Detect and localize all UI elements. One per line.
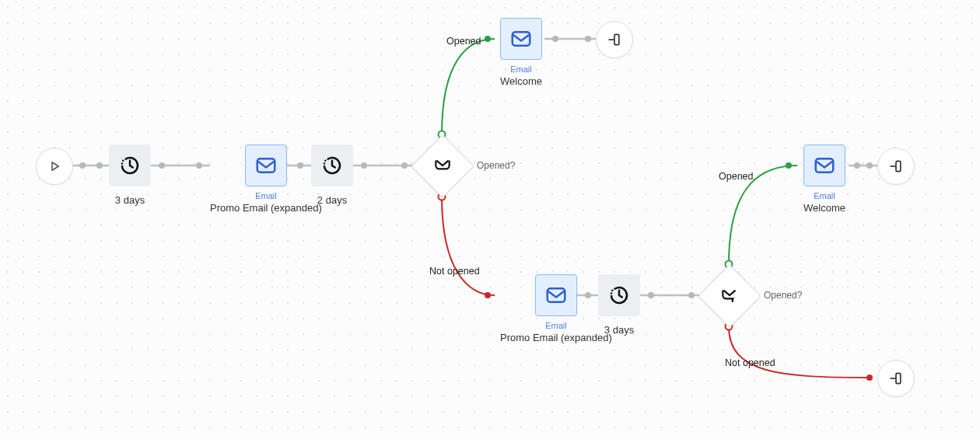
- wait-label: 3 days: [604, 324, 634, 336]
- email-node-welcome-top[interactable]: Email Welcome: [500, 18, 542, 87]
- svg-point-29: [866, 162, 873, 169]
- node-type-label: Email: [255, 191, 277, 200]
- svg-point-32: [122, 160, 124, 162]
- node-name-label: Welcome: [500, 75, 542, 87]
- svg-rect-38: [614, 34, 619, 44]
- svg-point-2: [96, 162, 103, 169]
- email-node-promo-1[interactable]: Email Promo Email (expanded): [210, 145, 322, 214]
- mail-icon: [535, 274, 577, 316]
- svg-point-10: [361, 162, 367, 169]
- end-node-top[interactable]: [596, 21, 633, 58]
- node-name-label: Promo Email (expanded): [210, 202, 322, 214]
- decision1-no-label: Not opened: [429, 266, 480, 277]
- decision1-yes-label: Opened: [446, 36, 481, 47]
- svg-point-31: [866, 375, 873, 381]
- decision-node-1[interactable]: [420, 144, 465, 189]
- svg-point-36: [324, 162, 326, 165]
- node-type-label: Email: [510, 64, 532, 74]
- mail-icon: [245, 145, 287, 186]
- svg-point-41: [611, 290, 614, 292]
- svg-point-35: [324, 160, 327, 162]
- edges-layer: [0, 0, 980, 439]
- svg-point-1: [79, 162, 86, 169]
- node-type-label: Email: [545, 321, 567, 330]
- play-icon: [36, 148, 73, 185]
- clock-icon: [598, 274, 640, 316]
- start-node[interactable]: [36, 148, 73, 185]
- svg-rect-37: [513, 32, 530, 46]
- wait-node-3[interactable]: 3 days: [598, 274, 640, 336]
- decision2-question: Opened?: [764, 290, 802, 301]
- end-node-right[interactable]: [877, 148, 915, 185]
- svg-rect-34: [257, 159, 275, 172]
- wait-label: 2 days: [317, 194, 347, 206]
- decision-node-2[interactable]: [707, 274, 752, 319]
- email-node-welcome-right[interactable]: Email Welcome: [803, 145, 845, 214]
- email-node-promo-2[interactable]: Email Promo Email (expanded): [500, 274, 612, 343]
- mail-icon: [500, 18, 542, 60]
- clock-icon: [109, 145, 151, 186]
- decision1-question: Opened?: [477, 160, 515, 171]
- condition-icon: [411, 134, 474, 198]
- node-name-label: Promo Email (expanded): [500, 332, 612, 343]
- svg-rect-43: [816, 159, 834, 172]
- svg-point-26: [786, 162, 792, 169]
- node-name-label: Welcome: [803, 202, 845, 214]
- decision2-no-label: Not opened: [725, 357, 775, 368]
- svg-point-11: [401, 162, 408, 169]
- svg-point-23: [648, 292, 654, 298]
- svg-point-24: [688, 292, 695, 298]
- mail-icon: [803, 145, 845, 186]
- svg-point-13: [485, 36, 491, 42]
- svg-point-33: [121, 162, 124, 165]
- clock-icon: [311, 145, 353, 186]
- svg-rect-40: [548, 288, 565, 302]
- svg-point-15: [552, 36, 558, 42]
- wait-label: 3 days: [115, 194, 145, 206]
- node-type-label: Email: [814, 191, 835, 200]
- svg-point-18: [485, 292, 491, 298]
- condition-icon: [698, 264, 761, 328]
- svg-point-4: [159, 162, 165, 169]
- svg-point-42: [611, 292, 613, 294]
- wait-node-1[interactable]: 3 days: [109, 145, 151, 206]
- svg-point-5: [196, 162, 202, 169]
- exit-icon: [596, 21, 633, 58]
- end-node-bottom-right[interactable]: [877, 360, 915, 397]
- svg-rect-46: [896, 373, 901, 383]
- svg-point-28: [854, 162, 860, 169]
- wait-node-2[interactable]: 2 days: [311, 145, 353, 206]
- decision2-yes-label: Opened: [719, 171, 753, 182]
- exit-icon: [877, 360, 915, 397]
- svg-point-16: [585, 36, 591, 42]
- svg-rect-44: [896, 161, 901, 171]
- exit-icon: [877, 148, 915, 185]
